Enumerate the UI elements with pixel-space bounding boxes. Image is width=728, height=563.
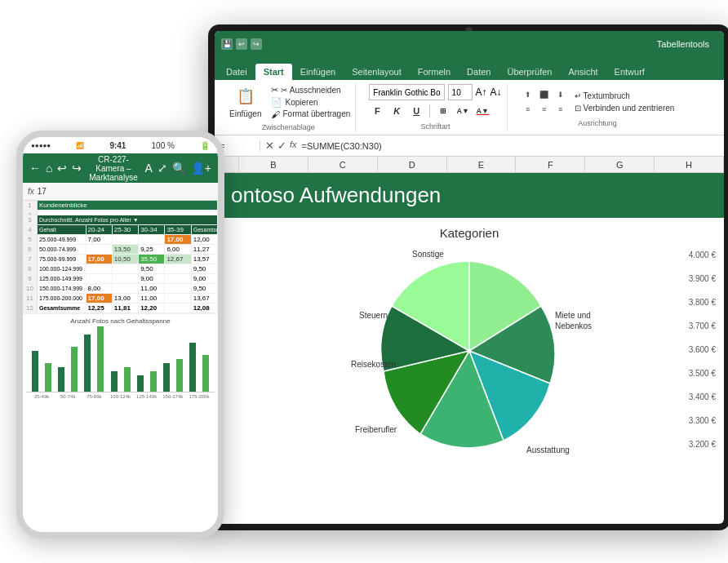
label-sonstige: Sonstige xyxy=(412,250,444,259)
scissors-icon: ✂ xyxy=(271,85,278,95)
y-3200: 3.200 € xyxy=(689,440,716,449)
copy-button[interactable]: 📄 Kopieren xyxy=(271,97,350,108)
phone-battery-icon: 🔋 xyxy=(200,141,210,150)
pie-chart: Miete und Nebenkosten Ausstattung Market… xyxy=(347,245,592,457)
align-top-button[interactable]: ⬆ xyxy=(521,88,535,101)
sheet-title-text: ontoso Aufwendungen xyxy=(231,183,441,207)
bar-2b xyxy=(71,347,78,392)
fullscreen-button[interactable]: ⤢ xyxy=(158,162,167,175)
label-ausstattung: Ausstattung xyxy=(526,446,570,454)
phone-row-6: 6 50.000-74.999 13,50 9,25 6,00 11,27 xyxy=(23,245,218,255)
search-button[interactable]: 🔍 xyxy=(172,162,186,175)
phone-statusbar: ●●●●● 📶 9:41 100 % 🔋 xyxy=(23,137,218,153)
format-painter-button[interactable]: 🖌 Format übertragen xyxy=(271,109,350,119)
phone-row-5: 5 25.000-49.999 7,00 17,00 12,00 xyxy=(23,235,218,245)
font-format-row: F K U ⊞ A▼ A▼ xyxy=(369,103,501,119)
excel-titlebar: 💾 ↩ ↪ Tabellentools xyxy=(215,31,724,57)
phone: ●●●●● 📶 9:41 100 % 🔋 ← ⌂ ↩ ↪ CR-227-Kame… xyxy=(16,131,224,539)
phone-row-7: 7 75.000-99.999 17,00 10,50 35,50 12,67 … xyxy=(23,255,218,264)
font-button[interactable]: A xyxy=(144,162,152,175)
underline-button[interactable]: U xyxy=(408,103,424,119)
add-button[interactable]: 👤+ xyxy=(191,162,211,175)
paste-icon: 📋 xyxy=(234,85,257,108)
col-C: C xyxy=(309,157,378,173)
bar-1a xyxy=(32,351,38,392)
font-color-button[interactable]: A▼ xyxy=(474,103,491,119)
formula-icons: ✕ ✓ fx xyxy=(265,140,297,152)
align-left-button[interactable]: ≡ xyxy=(521,103,535,116)
cell-reference[interactable]: = xyxy=(220,141,260,151)
phone-row-8: 8 100.000-124.999 9,50 9,50 xyxy=(23,264,218,274)
y-3300: 3.300 € xyxy=(689,416,716,425)
y-3400: 3.400 € xyxy=(689,392,716,401)
phone-sheet[interactable]: 1 Kundeneinblicke 2 3 Durchschnittl. Anz… xyxy=(23,201,218,532)
tab-einfuegen[interactable]: Einfügen xyxy=(292,64,344,80)
titlebar-title: Tabellentools xyxy=(267,39,717,49)
subheader-cell: Durchschnittl. Anzahl Fotos pro Alter ▼ xyxy=(38,215,218,224)
phone-screen: ●●●●● 📶 9:41 100 % 🔋 ← ⌂ ↩ ↪ CR-227-Kame… xyxy=(23,137,218,532)
align-bottom-button[interactable]: ⬇ xyxy=(553,88,568,101)
bar-6b xyxy=(176,359,183,392)
phone-toolbar: ← ⌂ ↩ ↪ CR-227-Kamera – Marktanalyse A ⤢… xyxy=(23,153,218,183)
bar-7a xyxy=(189,343,196,392)
merge-cells-button[interactable]: ⊡ Verbinden und zentrieren xyxy=(575,104,675,113)
redo-icon[interactable]: ↪ xyxy=(251,38,262,50)
font-name-selector[interactable]: Franklin Gothic Bo xyxy=(369,84,444,100)
align-middle-button[interactable]: ⬛ xyxy=(537,88,552,101)
fill-color-button[interactable]: A▼ xyxy=(455,103,471,119)
y-3500: 3.500 € xyxy=(689,369,716,378)
chart-title: Kategorien xyxy=(223,226,716,240)
formula-bar: = ✕ ✓ fx =SUMME(C30:N30) xyxy=(215,135,724,157)
back-button[interactable]: ← xyxy=(29,162,41,175)
tab-ansicht[interactable]: Ansicht xyxy=(560,64,606,80)
wrap-text-button[interactable]: ↵ Textumbruch xyxy=(575,91,675,100)
bold-button[interactable]: F xyxy=(369,103,385,119)
paste-button[interactable]: 📋 Einfügen xyxy=(226,83,264,120)
align-center-button[interactable]: ≡ xyxy=(537,103,552,116)
bar-1b xyxy=(45,363,51,392)
bar-6a xyxy=(163,363,170,392)
tab-ueberpruefen[interactable]: Überprüfen xyxy=(499,64,560,80)
phone-cell-value: 17 xyxy=(38,187,47,196)
col-G: G xyxy=(585,157,655,173)
formula-input[interactable]: =SUMME(C30:N30) xyxy=(302,141,719,151)
font-name-row: Franklin Gothic Bo 10 A↑ A↓ xyxy=(369,84,501,100)
chart-area: Kategorien xyxy=(215,218,724,524)
font-label: Schriftart xyxy=(420,122,450,131)
tab-entwurf[interactable]: Entwurf xyxy=(606,64,653,80)
cut-button[interactable]: ✂ ✂ Ausschneiden xyxy=(271,85,350,95)
home-icon[interactable]: ⌂ xyxy=(46,162,52,175)
tab-formeln[interactable]: Formeln xyxy=(410,64,459,80)
tab-start[interactable]: Start xyxy=(255,64,292,80)
align-top-row: ⬆ ⬛ ⬇ xyxy=(521,88,568,101)
col-D: D xyxy=(378,157,447,173)
phone-wifi-icon: 📶 xyxy=(76,142,84,149)
tab-datei[interactable]: Datei xyxy=(218,64,255,80)
tab-seitenlayout[interactable]: Seitenlayout xyxy=(344,64,410,80)
confirm-formula-icon[interactable]: ✓ xyxy=(277,140,286,152)
label-freiberufler: Freiberufler xyxy=(355,425,397,434)
border-button[interactable]: ⊞ xyxy=(435,103,451,119)
y-axis-values: 4.000 € 3.900 € 3.800 € 3.700 € 3.600 € … xyxy=(689,250,716,449)
undo-icon[interactable]: ↩ xyxy=(236,38,247,50)
bar-4a xyxy=(111,371,118,392)
y-3900: 3.900 € xyxy=(689,274,716,283)
y-3800: 3.800 € xyxy=(689,298,716,307)
italic-button[interactable]: K xyxy=(388,103,405,119)
y-3600: 3.600 € xyxy=(689,345,716,354)
undo-button[interactable]: ↩ xyxy=(57,162,67,175)
save-icon[interactable]: 💾 xyxy=(221,38,233,50)
bar-5a xyxy=(137,375,144,392)
redo-button[interactable]: ↪ xyxy=(72,162,82,175)
tab-daten[interactable]: Daten xyxy=(459,64,499,80)
phone-row-1: 1 Kundeneinblicke xyxy=(23,201,218,211)
align-right-button[interactable]: ≡ xyxy=(553,103,568,116)
svg-text:Nebenkosten: Nebenkosten xyxy=(555,321,592,330)
cancel-formula-icon[interactable]: ✕ xyxy=(265,140,274,152)
font-size-selector[interactable]: 10 xyxy=(448,84,473,100)
phone-filename: CR-227-Kamera – Marktanalyse xyxy=(87,155,140,182)
insert-function-icon[interactable]: fx xyxy=(290,140,297,152)
phone-time: 9:41 xyxy=(109,141,126,150)
font-grow-icon[interactable]: A↑ xyxy=(476,86,487,98)
font-shrink-icon[interactable]: A↓ xyxy=(491,86,502,98)
